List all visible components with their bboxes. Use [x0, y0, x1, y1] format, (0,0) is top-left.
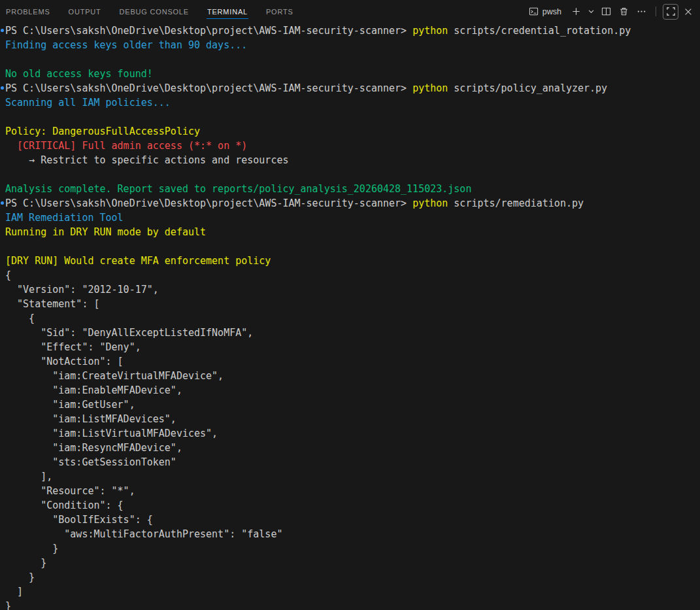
terminal-text-segment: python	[412, 25, 448, 37]
terminal-text-segment: IAM Remediation Tool	[5, 212, 124, 224]
terminal-text-segment: "BoolIfExists": {	[5, 514, 153, 526]
terminal-text-segment: "NotAction": [	[5, 356, 124, 367]
terminal-text-segment: {	[5, 269, 11, 281]
terminal-text-segment: }	[5, 571, 35, 583]
terminal-line: "iam:GetUser",	[5, 398, 700, 412]
terminal-line: Finding access keys older than 90 days..…	[5, 38, 700, 52]
tab-terminal[interactable]: TERMINAL	[198, 0, 257, 23]
terminal-text-segment: "iam:ResyncMFADevice",	[5, 442, 182, 454]
new-terminal-button[interactable]	[568, 4, 584, 20]
terminal-line: Policy: DangerousFullAccessPolicy	[5, 124, 700, 139]
vscode-bottom-panel: PROBLEMS OUTPUT DEBUG CONSOLE TERMINAL P…	[0, 0, 700, 610]
terminal-line	[5, 239, 700, 254]
panel-tabs: PROBLEMS OUTPUT DEBUG CONSOLE TERMINAL P…	[5, 0, 303, 23]
terminal-text-segment: "Version": "2012-10-17",	[5, 284, 159, 296]
terminal-line: }	[5, 541, 700, 556]
split-terminal-button[interactable]	[598, 4, 614, 20]
terminal-text-segment: [DRY RUN] Would create MFA enforcement p…	[5, 255, 271, 267]
terminal-text-segment: Running in DRY RUN mode by default	[5, 226, 206, 238]
terminal-text-segment: "iam:EnableMFADevice",	[5, 384, 182, 396]
shell-selector[interactable]: pwsh	[524, 5, 566, 18]
terminal-line: }	[5, 556, 700, 570]
more-actions-button[interactable]	[633, 4, 649, 20]
terminal-text-segment: Analysis complete. Report saved to repor…	[5, 183, 471, 195]
tab-ports[interactable]: PORTS	[257, 0, 303, 23]
terminal-line: "Version": "2012-10-17",	[5, 282, 700, 297]
terminal-text-segment: "Condition": {	[5, 500, 124, 511]
terminal-text-segment: [CRITICAL] Full admin access (*:* on *)	[5, 140, 247, 152]
terminal-text-segment: → Restrict to specific actions and resou…	[5, 154, 288, 166]
terminal-line: "iam:EnableMFADevice",	[5, 383, 700, 398]
terminal-line: }	[5, 570, 700, 585]
terminal-line: "aws:MultiFactorAuthPresent": "false"	[5, 527, 700, 541]
terminal-profile-dropdown[interactable]	[586, 4, 596, 20]
tab-debug-console[interactable]: DEBUG CONSOLE	[110, 0, 198, 23]
chevron-down-icon	[588, 8, 595, 15]
terminal-text-segment: ],	[5, 471, 52, 483]
terminal-line: {	[5, 268, 700, 282]
terminal-line: No old access keys found!	[5, 67, 700, 81]
terminal-text-segment: Policy: DangerousFullAccessPolicy	[5, 126, 200, 137]
terminal-line: [DRY RUN] Would create MFA enforcement p…	[5, 254, 700, 268]
terminal-line: "Resource": "*",	[5, 484, 700, 498]
terminal-line: "iam:CreateVirtualMFADevice",	[5, 369, 700, 383]
terminal-line: "iam:ListMFADevices",	[5, 412, 700, 426]
maximize-panel-button[interactable]	[663, 4, 678, 20]
terminal-text-segment: PS C:\Users\saksh\OneDrive\Desktop\proje…	[5, 25, 412, 37]
terminal-text-segment: python	[412, 197, 448, 209]
maximize-panel-icon	[666, 7, 676, 16]
terminal-text-segment: {	[5, 313, 35, 324]
terminal-line: ],	[5, 469, 700, 484]
close-icon	[684, 7, 693, 16]
terminal-line: ]	[5, 585, 700, 599]
plus-icon	[571, 7, 581, 16]
tab-output[interactable]: OUTPUT	[59, 0, 110, 23]
terminal-line: → Restrict to specific actions and resou…	[5, 153, 700, 167]
terminal-text-segment: "iam:CreateVirtualMFADevice",	[5, 370, 224, 382]
split-terminal-icon	[601, 7, 611, 16]
terminal-text-segment: scripts/credential_rotation.py	[448, 25, 631, 37]
terminal-text-segment: "Statement": [	[5, 298, 100, 310]
terminal-text-segment: No old access keys found!	[5, 68, 153, 80]
terminal-text-segment: "iam:GetUser",	[5, 399, 135, 411]
terminal-text-segment: scripts/policy_analyzer.py	[448, 82, 607, 94]
terminal-line: PS C:\Users\saksh\OneDrive\Desktop\proje…	[5, 196, 700, 211]
terminal-text-segment: PS C:\Users\saksh\OneDrive\Desktop\proje…	[5, 197, 412, 209]
terminal-text-segment: "iam:ListVirtualMFADevices",	[5, 428, 218, 439]
terminal-line: "NotAction": [	[5, 354, 700, 369]
terminal-text-segment: python	[412, 82, 448, 94]
terminal-text-segment: "iam:ListMFADevices",	[5, 413, 176, 425]
terminal-text-segment: PS C:\Users\saksh\OneDrive\Desktop\proje…	[5, 82, 412, 94]
terminal-line	[5, 167, 700, 182]
tab-problems[interactable]: PROBLEMS	[5, 0, 59, 23]
terminal-output[interactable]: PS C:\Users\saksh\OneDrive\Desktop\proje…	[0, 23, 700, 610]
close-panel-button[interactable]	[680, 4, 696, 20]
terminal-line	[5, 52, 700, 67]
terminal-line: {	[5, 311, 700, 326]
command-decoration-icon[interactable]	[1, 201, 4, 205]
terminal-line: "sts:GetSessionToken"	[5, 455, 700, 469]
terminal-text-segment: "aws:MultiFactorAuthPresent": "false"	[5, 528, 282, 540]
terminal-text-segment: }	[5, 600, 11, 610]
terminal-line: PS C:\Users\saksh\OneDrive\Desktop\proje…	[5, 81, 700, 95]
terminal-line	[5, 110, 700, 124]
toolbar-separator	[656, 7, 656, 16]
terminal-line: "iam:ListVirtualMFADevices",	[5, 426, 700, 441]
trash-icon	[619, 7, 629, 16]
terminal-line: IAM Remediation Tool	[5, 211, 700, 225]
terminal-text-segment: Finding access keys older than 90 days..…	[5, 39, 247, 51]
terminal-line: PS C:\Users\saksh\OneDrive\Desktop\proje…	[5, 24, 700, 38]
kill-terminal-button[interactable]	[616, 4, 631, 20]
command-decoration-icon[interactable]	[1, 29, 4, 32]
terminal-icon	[529, 7, 539, 16]
terminal-line: [CRITICAL] Full admin access (*:* on *)	[5, 139, 700, 153]
terminal-text-segment: "Effect": "Deny",	[5, 341, 141, 353]
terminal-text-segment: }	[5, 543, 58, 554]
terminal-line: "BoolIfExists": {	[5, 513, 700, 527]
terminal-line: Running in DRY RUN mode by default	[5, 225, 700, 239]
command-decoration-icon[interactable]	[1, 86, 4, 90]
terminal-line: Analysis complete. Report saved to repor…	[5, 182, 700, 196]
terminal-text-segment: ]	[5, 586, 23, 598]
terminal-line: "Sid": "DenyAllExceptListedIfNoMFA",	[5, 326, 700, 340]
terminal-line: Scanning all IAM policies...	[5, 95, 700, 110]
